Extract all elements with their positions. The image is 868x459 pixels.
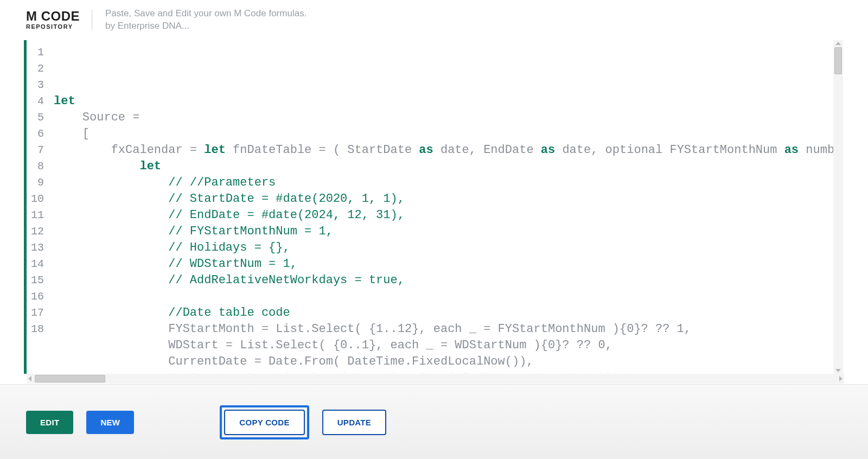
line-number: 8: [31, 158, 44, 175]
code-line[interactable]: //Date table code: [54, 305, 844, 321]
line-number: 15: [31, 272, 44, 289]
new-button[interactable]: NEW: [86, 411, 134, 434]
hscroll-row: [0, 374, 868, 384]
code-line[interactable]: // AddRelativeNetWorkdays = true,: [54, 272, 844, 289]
code-line[interactable]: [54, 289, 844, 305]
line-number: 10: [31, 191, 44, 207]
horizontal-scroll-thumb[interactable]: [35, 375, 105, 382]
logo-subtitle: REPOSITORY: [26, 24, 73, 30]
vertical-scroll-thumb[interactable]: [834, 47, 842, 74]
tagline-line2: by Enterprise DNA...: [105, 20, 307, 33]
code-line[interactable]: // StartDate = #date(2020, 1, 1),: [54, 191, 844, 207]
copy-code-button[interactable]: COPY CODE: [224, 410, 304, 435]
line-number: 1: [31, 44, 44, 61]
code-line[interactable]: Source =: [54, 110, 844, 126]
line-number: 12: [31, 224, 44, 240]
vertical-scrollbar[interactable]: [833, 40, 843, 374]
code-line[interactable]: // EndDate = #date(2024, 12, 31),: [54, 207, 844, 224]
footer-toolbar: EDIT NEW COPY CODE UPDATE: [0, 384, 868, 459]
scroll-down-icon[interactable]: [835, 369, 841, 372]
line-number: 9: [31, 175, 44, 191]
edit-button[interactable]: EDIT: [26, 411, 73, 434]
line-number: 6: [31, 126, 44, 142]
tagline-line1: Paste, Save and Edit your own M Code for…: [105, 8, 307, 20]
logo: M CODE REPOSITORY: [26, 10, 92, 30]
line-number: 11: [31, 207, 44, 224]
code-line[interactable]: let: [54, 93, 844, 110]
code-line[interactable]: let: [54, 158, 844, 175]
line-number: 17: [31, 305, 44, 321]
code-editor[interactable]: 123456789101112131415161718 let Source =…: [24, 40, 844, 374]
logo-title: M CODE: [26, 10, 80, 23]
line-number: 3: [31, 77, 44, 93]
code-line[interactable]: WDStart = List.Select( {0..1}, each _ = …: [54, 337, 844, 354]
code-line[interactable]: [: [54, 126, 844, 142]
code-line[interactable]: FYStartMonth = List.Select( {1..12}, eac…: [54, 321, 844, 337]
copy-button-highlight: COPY CODE: [220, 405, 309, 439]
code-line[interactable]: // //Parameters: [54, 175, 844, 191]
line-number: 4: [31, 93, 44, 110]
code-line[interactable]: // Holidays = {},: [54, 240, 844, 256]
tagline: Paste, Save and Edit your own M Code for…: [105, 8, 307, 33]
line-number: 2: [31, 61, 44, 77]
scroll-right-icon[interactable]: [839, 376, 843, 381]
code-line[interactable]: // WDStartNum = 1,: [54, 256, 844, 272]
line-number: 16: [31, 289, 44, 305]
scroll-left-icon[interactable]: [28, 376, 31, 381]
line-number: 5: [31, 110, 44, 126]
scroll-up-icon[interactable]: [835, 42, 841, 45]
code-line[interactable]: DayCount = Duration.Days( Duration.From(…: [54, 370, 844, 374]
editor-area: 123456789101112131415161718 let Source =…: [0, 40, 868, 374]
line-number: 13: [31, 240, 44, 256]
code-line[interactable]: // FYStartMonthNum = 1,: [54, 224, 844, 240]
code-line[interactable]: CurrentDate = Date.From( DateTime.FixedL…: [54, 354, 844, 370]
update-button[interactable]: UPDATE: [322, 410, 386, 435]
line-number: 18: [31, 321, 44, 337]
horizontal-scrollbar[interactable]: [27, 374, 844, 384]
line-gutter: 123456789101112131415161718: [27, 40, 52, 374]
code-line[interactable]: fxCalendar = let fnDateTable = ( StartDa…: [54, 142, 844, 158]
header: M CODE REPOSITORY Paste, Save and Edit y…: [0, 0, 868, 40]
code-content[interactable]: let Source = [ fxCalendar = let fnDateTa…: [52, 40, 844, 374]
line-number: 7: [31, 142, 44, 158]
line-number: 14: [31, 256, 44, 272]
